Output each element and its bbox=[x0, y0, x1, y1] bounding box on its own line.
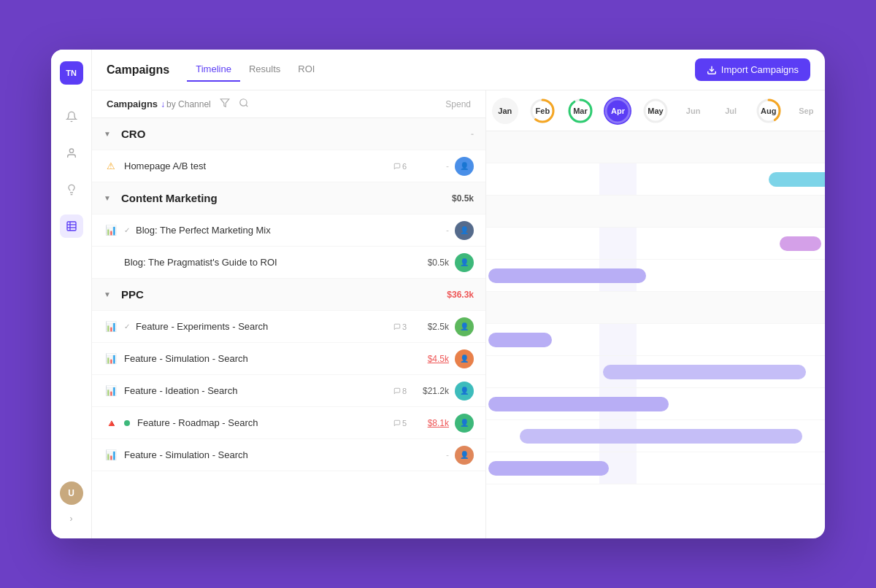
tab-timeline[interactable]: Timeline bbox=[187, 58, 240, 82]
search-button[interactable] bbox=[239, 98, 249, 110]
row-name: Feature - Roadmap - Search bbox=[137, 417, 388, 428]
gantt-row bbox=[486, 324, 825, 356]
row-comments: 5 bbox=[393, 419, 407, 428]
month-progress-apr bbox=[604, 97, 631, 125]
group-row-content-marketing: ▼ Content Marketing $0.5k bbox=[92, 182, 485, 214]
table-row: 📊 ✓ Feature - Experiments - Search 3 $2.… bbox=[92, 311, 485, 343]
row-check: ✓ bbox=[124, 322, 130, 330]
svg-marker-8 bbox=[220, 99, 229, 107]
header-tabs: Timeline Results ROI bbox=[187, 58, 695, 82]
bar-chart-icon: 📊 bbox=[104, 385, 118, 396]
month-jan: Jan bbox=[486, 98, 524, 124]
svg-point-14 bbox=[569, 100, 591, 122]
sort-indicator[interactable]: ↓ bbox=[161, 99, 165, 109]
group-row-ppc: ▼ PPC $36.3k bbox=[92, 279, 485, 311]
status-dot-green bbox=[124, 420, 130, 426]
toolbar: Campaigns ↓ by Channel Spend bbox=[92, 90, 485, 118]
table-panel: Campaigns ↓ by Channel Spend bbox=[92, 90, 486, 538]
bar-chart-icon: 📊 bbox=[104, 225, 118, 236]
svg-point-9 bbox=[240, 99, 247, 106]
svg-point-15 bbox=[606, 99, 629, 123]
row-name: Feature - Simulation - Search bbox=[124, 353, 407, 364]
tab-results[interactable]: Results bbox=[240, 58, 289, 82]
group-row-cro: ▼ CRO - bbox=[92, 118, 485, 150]
month-jul: Jul bbox=[712, 107, 750, 115]
table-row: Blog: The Pragmatist's Guide to ROI $0.5… bbox=[92, 247, 485, 279]
month-label: Sep bbox=[799, 107, 813, 115]
sidebar-icon-user[interactable] bbox=[60, 142, 83, 165]
import-campaigns-button[interactable]: Import Campaigns bbox=[695, 58, 810, 81]
group-name-content: Content Marketing bbox=[121, 192, 424, 204]
sidebar: TN U › bbox=[51, 50, 92, 538]
row-avatar: 👤 bbox=[455, 157, 474, 176]
gantt-row bbox=[486, 452, 825, 484]
row-avatar: 👤 bbox=[455, 349, 474, 368]
row-spend: - bbox=[412, 450, 449, 460]
sidebar-icon-lightbulb[interactable] bbox=[60, 178, 83, 201]
row-spend: - bbox=[412, 161, 449, 171]
toolbar-icons bbox=[220, 98, 249, 110]
table-row: ⚠ Homepage A/B test 6 - 👤 bbox=[92, 150, 485, 182]
group-spend-cro: - bbox=[471, 129, 474, 139]
main-content: Campaigns Timeline Results ROI Import Ca… bbox=[92, 50, 825, 538]
row-avatar: 👤 bbox=[455, 317, 474, 336]
gantt-row bbox=[486, 420, 825, 452]
sidebar-user-avatar[interactable]: U bbox=[60, 481, 83, 505]
month-apr: Apr bbox=[599, 97, 637, 125]
month-header: Jan Feb bbox=[486, 90, 825, 131]
campaigns-label: Campaigns bbox=[107, 98, 158, 109]
gantt-bar-experiments bbox=[488, 333, 553, 347]
svg-point-16 bbox=[645, 100, 666, 122]
row-name: Blog: The Perfect Marketing Mix bbox=[136, 225, 407, 236]
row-name: Blog: The Pragmatist's Guide to ROI bbox=[124, 257, 407, 268]
group-spend-content: $0.5k bbox=[430, 193, 474, 204]
month-aug: Aug bbox=[750, 98, 788, 124]
gantt-group-content bbox=[486, 196, 825, 228]
month-feb: Feb bbox=[524, 98, 562, 124]
table-row: 📊 Feature - Simulation - Search $4.5k 👤 bbox=[92, 343, 485, 375]
row-avatar: 👤 bbox=[455, 221, 474, 240]
row-avatar: 👤 bbox=[455, 253, 474, 272]
sidebar-icon-table[interactable] bbox=[60, 214, 83, 238]
row-name: Feature - Simulation - Search bbox=[124, 449, 407, 460]
bar-chart-icon: 📊 bbox=[104, 321, 118, 332]
group-expand-cro[interactable]: ▼ bbox=[104, 130, 115, 138]
gantt-row bbox=[486, 163, 825, 196]
tab-roi[interactable]: ROI bbox=[289, 58, 323, 82]
spend-column-header: Spend bbox=[427, 99, 471, 109]
row-spend: $8.1k bbox=[412, 418, 449, 428]
sidebar-logo[interactable]: TN bbox=[60, 61, 83, 85]
warning-icon: ⚠ bbox=[104, 160, 118, 171]
month-label: Jun bbox=[686, 107, 701, 115]
sidebar-expand-btn[interactable]: › bbox=[67, 511, 76, 527]
row-spend: - bbox=[412, 225, 449, 236]
sidebar-icon-bell[interactable] bbox=[60, 105, 83, 128]
gantt-bar-blog-pragmatist bbox=[488, 268, 647, 283]
group-expand-content[interactable]: ▼ bbox=[104, 194, 115, 202]
group-spend-ppc: $36.3k bbox=[430, 290, 474, 300]
month-jun: Jun bbox=[675, 107, 712, 115]
table-row: 📊 ✓ Blog: The Perfect Marketing Mix - 👤 bbox=[92, 214, 485, 247]
row-avatar: 👤 bbox=[455, 446, 474, 465]
gantt-bar-simulation1 bbox=[603, 365, 806, 379]
content-area: Campaigns ↓ by Channel Spend bbox=[92, 90, 825, 538]
month-progress-mar bbox=[567, 98, 593, 124]
bar-chart-icon: 📊 bbox=[104, 449, 118, 460]
gantt-rows bbox=[486, 131, 825, 538]
filter-button[interactable] bbox=[220, 98, 230, 110]
month-progress-feb bbox=[529, 98, 556, 124]
month-mar: Mar bbox=[561, 98, 599, 124]
group-expand-ppc[interactable]: ▼ bbox=[104, 290, 115, 298]
month-progress-may bbox=[642, 98, 669, 124]
month-label: Jan bbox=[498, 107, 512, 115]
group-name-cro: CRO bbox=[121, 128, 465, 140]
gantt-bar-homepage bbox=[769, 172, 825, 187]
table-row: 📊 Feature - Simulation - Search - 👤 bbox=[92, 439, 485, 471]
row-spend: $21.2k bbox=[412, 386, 449, 396]
header-actions: Import Campaigns bbox=[695, 58, 810, 81]
by-channel-label: by Channel bbox=[166, 99, 211, 109]
row-comments: 8 bbox=[393, 387, 407, 395]
table-row: 🔺 Feature - Roadmap - Search 5 $8.1k 👤 bbox=[92, 407, 485, 439]
svg-rect-3 bbox=[67, 222, 76, 231]
gantt-row bbox=[486, 388, 825, 420]
